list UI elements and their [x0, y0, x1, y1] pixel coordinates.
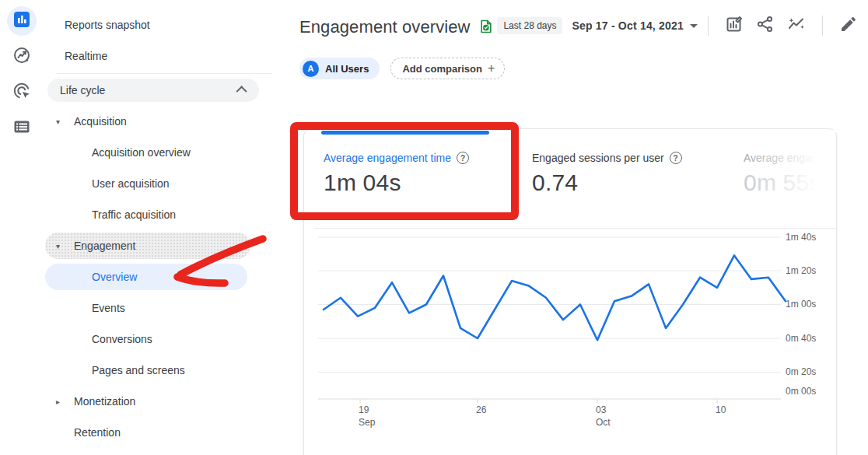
reports-sidebar: Reports snapshot Realtime Life cycle ▾ A… — [43, 0, 284, 455]
metric-label: Average engage — [744, 152, 824, 164]
scorecard-average-engagement-time[interactable]: Average engagement time? 1m 04s — [324, 152, 469, 196]
sidebar-item-label: Acquisition — [74, 115, 127, 128]
sidebar-item-pages-and-screens[interactable]: Pages and screens — [43, 355, 284, 386]
sidebar-item-conversions[interactable]: Conversions — [43, 324, 284, 355]
advertising-icon — [12, 81, 32, 104]
insights-button[interactable] — [787, 16, 806, 35]
y-tick-label: 1m 00s — [786, 299, 816, 310]
explore-icon — [12, 45, 32, 68]
y-tick-label: 1m 40s — [786, 232, 816, 243]
sidebar-item-label: Events — [92, 302, 125, 314]
library-nav-button[interactable] — [7, 114, 37, 143]
section-label: Life cycle — [60, 84, 105, 96]
report-valid-check-icon — [478, 19, 494, 37]
sidebar-item-acquisition[interactable]: ▾ Acquisition — [43, 106, 284, 137]
divider — [708, 16, 709, 36]
metric-value: 0.74 — [532, 170, 682, 196]
plus-icon: + — [488, 61, 495, 75]
explore-nav-button[interactable] — [7, 42, 37, 72]
chevron-up-icon[interactable] — [236, 86, 247, 96]
date-range-label[interactable]: Sep 17 - Oct 14, 2021 — [572, 19, 684, 32]
sidebar-item-realtime[interactable]: Realtime — [43, 40, 284, 72]
caret-down-icon[interactable]: ▾ — [56, 117, 67, 126]
share-icon — [756, 15, 775, 37]
sidebar-section-life-cycle[interactable]: Life cycle — [43, 75, 284, 106]
help-icon[interactable]: ? — [457, 152, 469, 164]
caret-down-icon[interactable] — [690, 24, 698, 28]
share-button[interactable] — [756, 16, 775, 35]
sidebar-item-label: Retention — [74, 426, 121, 439]
add-comparison-button[interactable]: Add comparison + — [390, 58, 505, 79]
sidebar-item-events[interactable]: Events — [43, 292, 284, 324]
x-tick-label: 10 — [716, 404, 726, 415]
date-preset-badge: Last 28 days — [497, 17, 562, 34]
sidebar-item-engagement[interactable]: ▾ Engagement — [43, 230, 284, 261]
sidebar-item-label: Monetization — [74, 395, 135, 408]
engagement-overview-card: Average engagement time? 1m 04s Engaged … — [303, 128, 837, 455]
sidebar-item-user-acquisition[interactable]: User acquisition — [43, 168, 284, 199]
metric-label: Average engagement time — [324, 152, 451, 164]
comparison-avatar: A — [303, 61, 319, 77]
y-tick-label: 0m 20s — [786, 366, 816, 377]
customize-report-icon — [725, 15, 744, 37]
sidebar-item-reports-snapshot[interactable]: Reports snapshot — [43, 9, 284, 40]
reports-icon — [12, 9, 32, 33]
nav-rail — [0, 0, 44, 455]
header-actions: Last 28 days Sep 17 - Oct 14, 2021 — [497, 16, 864, 36]
selected-item-highlight — [45, 264, 247, 290]
metric-value: 1m 04s — [324, 170, 469, 196]
scorecard-engaged-sessions-per-user[interactable]: Engaged sessions per user? 0.74 — [532, 152, 682, 196]
divider — [822, 16, 823, 36]
advertising-nav-button[interactable] — [7, 78, 37, 107]
add-comparison-label: Add comparison — [402, 63, 482, 75]
scorecard-average-engagement-truncated[interactable]: Average engage 0m 55s — [744, 152, 824, 196]
help-icon[interactable]: ? — [670, 152, 682, 164]
sidebar-item-label: User acquisition — [92, 177, 170, 190]
all-users-chip[interactable]: A All Users — [299, 58, 380, 79]
sidebar-item-acquisition-overview[interactable]: Acquisition overview — [43, 137, 284, 168]
sidebar-item-label: Pages and screens — [92, 364, 185, 376]
sidebar-item-label: Engagement — [74, 240, 135, 252]
edit-report-button[interactable] — [839, 16, 858, 35]
x-tick-label: 03 — [596, 404, 607, 415]
edit-icon — [839, 15, 858, 37]
y-tick-label: 1m 20s — [786, 265, 816, 276]
sidebar-item-label: Conversions — [92, 333, 152, 345]
y-tick-label: 0m 00s — [786, 386, 816, 397]
engagement-time-line-chart[interactable]: 1m 40s 1m 20s 1m 00s 0m 40s 0m 20s 0m 00… — [304, 229, 838, 454]
page-title: Engagement overview — [299, 17, 471, 37]
x-tick-label: 26 — [476, 404, 487, 415]
sidebar-item-traffic-acquisition[interactable]: Traffic acquisition — [43, 199, 284, 230]
x-tick-sublabel: Sep — [359, 417, 376, 428]
reports-nav-button[interactable] — [7, 6, 37, 36]
engagement-time-series-line — [324, 255, 786, 340]
metric-value: 0m 55s — [744, 170, 824, 196]
customize-report-button[interactable] — [725, 16, 744, 35]
sidebar-item-engagement-overview[interactable]: Overview — [43, 261, 284, 292]
sidebar-item-monetization[interactable]: ▸ Monetization — [43, 386, 284, 417]
x-tick-label: 19 — [359, 404, 369, 415]
all-users-label: All Users — [325, 63, 369, 75]
sidebar-divider — [57, 73, 271, 74]
sidebar-item-label: Reports snapshot — [65, 19, 150, 31]
caret-right-icon[interactable]: ▸ — [56, 397, 67, 406]
insights-icon — [787, 15, 806, 37]
page-title-row: Engagement overview — [299, 16, 494, 37]
sidebar-item-label: Traffic acquisition — [92, 208, 176, 221]
sidebar-item-label: Acquisition overview — [92, 146, 191, 159]
x-tick-sublabel: Oct — [596, 417, 611, 428]
sidebar-item-retention[interactable]: Retention — [43, 417, 284, 448]
y-tick-label: 0m 40s — [786, 333, 816, 344]
library-icon — [12, 117, 32, 140]
sidebar-item-label: Overview — [92, 271, 137, 283]
metric-label: Engaged sessions per user — [532, 152, 664, 164]
selected-metric-indicator — [321, 131, 489, 135]
sidebar-item-label: Realtime — [65, 50, 107, 62]
caret-down-icon[interactable]: ▾ — [56, 242, 67, 250]
comparison-bar: A All Users Add comparison + — [299, 58, 505, 79]
main-content: Engagement overview Last 28 days Sep 17 … — [284, 0, 868, 455]
